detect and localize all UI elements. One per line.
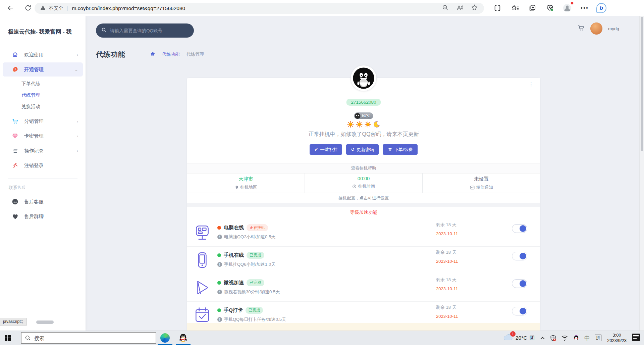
address-separator: | (67, 5, 68, 11)
browser-viewport: 极速云代挂- 我爱官网 - 我 欢迎使用 › 开通管理 ⌄ (0, 16, 644, 331)
browser-essentials-icon[interactable] (544, 2, 555, 14)
divider-band (187, 203, 540, 207)
taskbar-weather[interactable]: 1 20°C 阴 (500, 334, 538, 342)
breadcrumb-link[interactable]: 代练功能 (162, 51, 179, 57)
stat-time[interactable]: 00:00 挂机时间 (305, 173, 422, 193)
bing-chat-icon[interactable]: b (596, 3, 606, 13)
location-pin-icon (235, 185, 239, 190)
status-badge: 正在挂机 (247, 224, 268, 231)
sidebar-item-label: 卡密管理 (24, 133, 44, 139)
sidebar-item-logout[interactable]: 注销登录 (3, 158, 83, 172)
tray-qq-icon[interactable] (571, 331, 582, 345)
envelope-icon (470, 186, 475, 190)
update-password-button[interactable]: ↺ 更新密码 (346, 144, 379, 155)
ime-mode-indicator[interactable]: 中 (582, 331, 592, 345)
info-icon: ! (217, 262, 222, 267)
zoom-out-icon[interactable] (442, 4, 449, 12)
horizontal-scrollbar-thumb[interactable] (36, 321, 54, 324)
sidebar-item-support-group[interactable]: 售后群聊 (3, 209, 83, 224)
kebab-menu-icon[interactable]: ⋮ (529, 83, 533, 85)
sidebar-item-manage[interactable]: 开通管理 ⌄ (3, 62, 83, 77)
stat-region[interactable]: 天津市 挂机地区 (187, 173, 305, 193)
taskbar-qq-app[interactable] (174, 331, 192, 345)
user-avatar[interactable] (590, 22, 603, 35)
pc-online-toggle[interactable] (512, 224, 527, 233)
sidebar-item-cardkeys[interactable]: 卡密管理 › (3, 129, 83, 143)
network-icon[interactable] (559, 331, 571, 345)
read-aloud-icon[interactable] (456, 4, 464, 12)
taskbar-search-box[interactable] (21, 332, 156, 344)
favorites-bar-icon[interactable] (509, 2, 521, 14)
weishi-toggle[interactable] (512, 279, 527, 288)
remain-days: 剩余 18 天 (436, 222, 457, 228)
security-shield-icon[interactable] (547, 331, 559, 345)
vertical-scrollbar-thumb[interactable] (641, 17, 643, 151)
sidebar-subitem-redeem[interactable]: 兑换活动 (0, 101, 86, 112)
back-icon[interactable] (5, 2, 16, 14)
hangup-config-strip[interactable]: 挂机配置，点击可进行设置 (187, 193, 540, 203)
profile-notification-dot (571, 2, 574, 5)
screen: 不安全 | m.coybr.cn/index.php?mod=set&qq=27… (0, 0, 644, 345)
page-title: 代练功能 (96, 50, 125, 59)
sidebar-item-welcome[interactable]: 欢迎使用 › (3, 48, 83, 62)
sidebar-item-distribution[interactable]: 分销管理 › (3, 114, 83, 128)
sidebar-subitem-manage[interactable]: 代练管理 (0, 89, 86, 101)
cart-icon (11, 117, 19, 125)
status-dot (217, 281, 221, 285)
taskbar-clock[interactable]: 3:00 2023/9/23 (604, 333, 630, 343)
edge-icon (160, 333, 170, 343)
stat-sms[interactable]: 未设置 短信通知 (422, 173, 540, 193)
feature-row-phone-online: 手机在线 已完成 ! 手机挂QQ6小时/加速1.0天 剩余 18 天 2023-… (187, 246, 540, 274)
qq-search-box[interactable] (96, 23, 194, 38)
breadcrumb-home-icon[interactable] (150, 51, 155, 57)
ime-pinyin-indicator[interactable]: 拼 (592, 331, 604, 345)
chevron-right-icon: › (77, 119, 78, 124)
favorite-star-icon[interactable] (471, 4, 478, 12)
vip-badge: VIP1 (354, 112, 373, 119)
notice-strip (187, 323, 540, 331)
checkin-toggle[interactable] (512, 307, 527, 315)
collections-icon[interactable] (527, 2, 538, 14)
site-title: 极速云代挂- 我爱官网 - 我 (0, 26, 85, 38)
header-cart-icon[interactable] (577, 24, 585, 33)
settings-more-icon[interactable]: ••• (579, 2, 590, 14)
weather-condition: 阴 (530, 335, 535, 342)
hangup-status-text: 正常挂机中，如修改了QQ密码，请来本页更新 (187, 131, 540, 138)
info-icon: ! (217, 290, 222, 294)
sidebar-item-logs[interactable]: 操作记录 › (3, 144, 83, 158)
rehang-button[interactable]: ✔ 一键补挂 (310, 144, 342, 155)
taskbar-search-input[interactable] (34, 335, 135, 341)
browser-profile-icon[interactable] (561, 2, 573, 14)
sidebar-subitem-order[interactable]: 下单代练 (0, 78, 86, 89)
home-icon (11, 51, 19, 58)
start-button[interactable] (0, 331, 15, 345)
list-icon (11, 147, 19, 154)
refresh-icon[interactable] (22, 2, 34, 14)
sidebar-item-label: 开通管理 (24, 66, 44, 73)
chevron-right-icon: › (77, 148, 78, 153)
computer-icon (193, 224, 211, 242)
order-renew-button[interactable]: 下单/续费 (383, 144, 418, 155)
weather-temp: 20°C (516, 335, 527, 341)
feature-list: 电脑在线 正在挂机 ! 电脑挂QQ2小时/加速0.5天 剩余 18 天 2023… (187, 219, 540, 329)
expire-date: 2023-10-11 (436, 231, 458, 236)
account-card: ⋮ 2715662080 VIP1 正常挂机中，如修改了QQ密码，请来本页更新 (187, 78, 540, 331)
qq-icon (178, 333, 188, 343)
remain-days: 剩余 18 天 (436, 249, 457, 255)
qq-search-input[interactable] (110, 28, 184, 33)
vertical-scrollbar[interactable] (639, 16, 644, 331)
sun-icon (356, 121, 363, 128)
security-label: 不安全 (49, 5, 63, 11)
calendar-icon (193, 306, 211, 324)
cart-icon (387, 147, 392, 152)
taskbar-edge-app[interactable] (156, 331, 174, 345)
address-bar[interactable]: 不安全 | m.coybr.cn/index.php?mod=set&qq=27… (35, 3, 484, 14)
sidebar-item-label: 注销登录 (24, 162, 44, 169)
phone-icon (193, 251, 211, 269)
phone-online-toggle[interactable] (512, 252, 527, 260)
split-screen-icon[interactable] (492, 2, 503, 14)
action-center-icon[interactable] (632, 334, 640, 341)
hangup-help-link[interactable]: 查看挂机帮助 (187, 163, 540, 174)
tray-expand-icon[interactable] (538, 331, 547, 345)
sidebar-item-support-service[interactable]: 售后客服 (3, 195, 83, 209)
